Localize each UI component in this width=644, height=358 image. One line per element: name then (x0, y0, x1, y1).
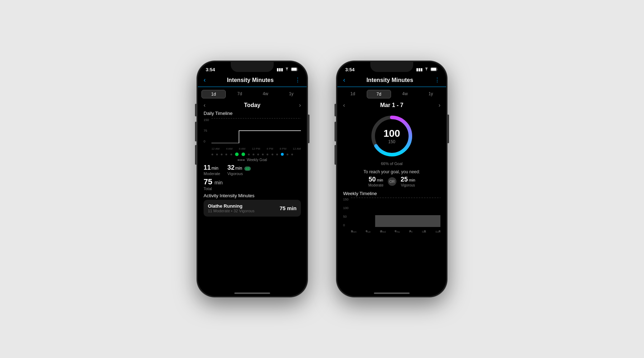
total-unit: min (215, 180, 223, 185)
activity-dot (230, 154, 232, 155)
vigorous-value: 32 min x2 (227, 164, 250, 171)
tab-bar: 1d 7d 4w 1y (198, 87, 307, 101)
period-header: ‹ Today › (198, 101, 307, 109)
nav-bar: ‹ Intensity Minutes ⋮ (198, 75, 307, 87)
home-indicator (234, 292, 270, 294)
period-title-2: Mar 1 - 7 (380, 102, 404, 108)
tab-1d[interactable]: 1d (201, 90, 226, 98)
vigorous-goal: 25 min Vigorous (401, 176, 415, 187)
ring-goal-percent: 66% of Goal (381, 161, 403, 166)
chart-drawing-area (211, 118, 301, 143)
ring-chart: 100 150 (369, 113, 415, 159)
activity-dot (225, 154, 227, 155)
activity-dot (272, 154, 273, 155)
activity-dot (287, 154, 288, 155)
period-header-2: ‹ Mar 1 - 7 › (337, 101, 446, 109)
ring-container: 100 150 66% of Goal (337, 109, 446, 167)
notch-2 (370, 62, 413, 72)
activity-dot-active (235, 153, 239, 156)
prev-period-button[interactable]: ‹ (204, 102, 205, 108)
status-icons: ▮▮▮ (277, 67, 299, 72)
activity-list-item[interactable]: Olathe Running 11 Moderate • 32 Vigorous… (204, 200, 301, 217)
goal-options: 50 min Moderate OR 25 min Vigorous (337, 176, 446, 187)
signal-icon: ▮▮▮ (277, 67, 283, 72)
chart-legend: Weekly Goal (204, 158, 301, 162)
moderate-value: 11 min (204, 164, 220, 171)
battery-icon (291, 67, 299, 72)
activity-section-title: Activity Intensity Minutes (204, 193, 301, 198)
stats-row-2: 75 min Total (204, 177, 301, 191)
next-period-button[interactable]: › (299, 102, 301, 108)
volume-down-button-2 (335, 145, 336, 165)
moderate-label: Moderate (204, 171, 220, 176)
chart-y-labels: 150 75 0 (204, 118, 209, 143)
weekly-timeline-chart: 150 100 50 0 (343, 198, 440, 233)
vigorous-goal-unit: min (409, 178, 415, 182)
mute-button (195, 104, 196, 116)
next-period-button-2[interactable]: › (439, 102, 440, 108)
vigorous-goal-label: Vigorous (401, 183, 415, 187)
activity-dot (276, 154, 278, 155)
ring-goal: 150 (384, 139, 400, 144)
more-button-2[interactable]: ⋮ (434, 77, 440, 83)
tab-4w[interactable]: 4w (254, 90, 277, 98)
activity-dot (221, 154, 223, 155)
daily-timeline-chart: 150 75 0 12 AM 4 AM 8 AM (204, 118, 301, 150)
total-value: 75 min (204, 177, 223, 187)
wifi-icon (284, 67, 289, 72)
tab-1y-2[interactable]: 1y (419, 90, 443, 98)
moderate-goal: 50 min Moderate (368, 176, 383, 187)
daily-timeline-title: Daily Timeline (204, 111, 301, 116)
volume-up-button-2 (335, 122, 336, 141)
tab-bar-2: 1d 7d 4w 1y (337, 87, 446, 101)
activity-dot-active (241, 153, 245, 156)
notch (231, 62, 274, 72)
svg-rect-4 (431, 68, 436, 71)
weekly-content: Weekly Timeline 150 100 50 0 (337, 189, 446, 233)
svg-rect-9 (375, 215, 440, 227)
activity-dot-blue (281, 153, 284, 156)
activity-dots-row (204, 152, 301, 157)
volume-down-button (195, 145, 196, 165)
volume-up-button (195, 122, 196, 141)
wifi-icon-2 (424, 67, 429, 72)
vigorous-goal-value: 25 (401, 176, 408, 183)
back-button[interactable]: ‹ (204, 76, 206, 84)
moderate-goal-label: Moderate (368, 183, 383, 187)
tab-7d[interactable]: 7d (228, 90, 252, 98)
more-button[interactable]: ⋮ (295, 77, 301, 83)
phone-2: 3:54 ▮▮▮ (336, 61, 447, 297)
activity-dot (253, 154, 254, 155)
activity-dot (257, 154, 259, 155)
back-button-2[interactable]: ‹ (343, 76, 345, 84)
svg-rect-1 (292, 68, 297, 71)
tab-1d-2[interactable]: 1d (341, 90, 365, 98)
ring-center: 100 150 (384, 128, 400, 144)
goal-reach-section: To reach your goal, you need: 50 min Mod… (337, 167, 446, 189)
tab-7d-2[interactable]: 7d (367, 90, 391, 98)
ring-value: 100 (384, 128, 400, 139)
legend-dash-icon (238, 160, 245, 160)
vigorous-badge: x2 (244, 166, 251, 171)
total-label: Total (204, 187, 223, 191)
tab-1y[interactable]: 1y (279, 90, 303, 98)
prev-period-button-2[interactable]: ‹ (343, 102, 345, 108)
tab-4w-2[interactable]: 4w (393, 90, 417, 98)
activity-dot (211, 154, 213, 155)
power-button-2 (448, 115, 449, 143)
chart-x-labels: 12 AM 4 AM 8 AM 12 PM 4 PM 8 PM 12 AM (211, 147, 301, 150)
legend-label: Weekly Goal (247, 158, 267, 162)
vigorous-label: Vigorous (227, 171, 250, 176)
activity-sub: 11 Moderate • 32 Vigorous (208, 209, 254, 213)
activity-minutes: 75 min (279, 205, 297, 211)
moderate-goal-unit: min (377, 178, 383, 182)
content-area: Daily Timeline 150 75 0 (198, 109, 307, 217)
total-stat: 75 min Total (204, 177, 223, 191)
mute-button-2 (335, 104, 336, 116)
phone-1: 3:54 ▮▮▮ (197, 61, 308, 297)
activity-dot (216, 154, 218, 155)
moderate-stat: 11 min Moderate (204, 164, 220, 176)
status-icons-2: ▮▮▮ (416, 67, 438, 72)
activity-dot (291, 154, 293, 155)
activity-dot (262, 154, 264, 155)
